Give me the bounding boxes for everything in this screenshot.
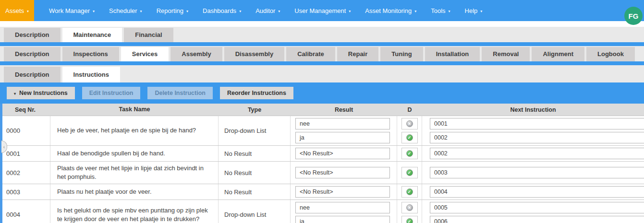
nav-item-work-manager[interactable]: Work Manager▾: [42, 0, 102, 21]
task-name-cell: Plaats nu het plaatje voor de veer.: [50, 184, 219, 200]
nav-assets-label: Assets: [5, 7, 24, 14]
check-circle-icon: ✓: [406, 218, 413, 223]
table-body: 0000Heb je de veer, het plaatje en de sp…: [0, 116, 644, 223]
result-value-box[interactable]: <No Result>: [295, 186, 390, 198]
next-instruction-value-box[interactable]: 0004: [430, 186, 644, 198]
tab-row-level-3: DescriptionInstructions: [0, 65, 644, 82]
seq-nr-cell: 0000: [0, 116, 50, 145]
chevron-down-icon: ▾: [140, 9, 142, 13]
table-row-0003[interactable]: 0003Plaats nu het plaatje voor de veer.N…: [0, 184, 644, 200]
next-instruction-value-box[interactable]: 0001: [430, 118, 644, 129]
chevron-down-icon: ▾: [449, 9, 450, 13]
tab-description-level-1[interactable]: Description: [4, 28, 61, 42]
result-cell: <No Result>: [291, 184, 397, 200]
seq-nr-cell: 0003: [0, 184, 50, 200]
tab-repair-level-2[interactable]: Repair: [337, 47, 378, 61]
user-avatar[interactable]: FG: [624, 7, 643, 25]
result-value-box[interactable]: <No Result>: [295, 148, 390, 159]
table-row-0001[interactable]: 0001Haal de benodigde spullen bij de han…: [0, 146, 644, 162]
result-value-box[interactable]: nee: [295, 202, 390, 213]
instructions-table: Seq Nr.Task NameTypeResultDNext Instruct…: [0, 104, 644, 223]
tab-logbook-level-2[interactable]: Logbook: [586, 47, 635, 61]
tab-financial-level-1[interactable]: Financial: [124, 28, 173, 42]
check-circle-icon: ✓: [406, 169, 413, 176]
d-indicator-box[interactable]: ✕: [401, 202, 418, 213]
tab-description-level-2[interactable]: Description: [4, 47, 61, 61]
tab-description-level-3[interactable]: Description: [4, 67, 61, 82]
tab-removal-level-2[interactable]: Removal: [482, 47, 530, 61]
tab-tuning-level-2[interactable]: Tuning: [380, 47, 423, 61]
next-instruction-value-box[interactable]: 0002: [430, 148, 644, 159]
result-cell: <No Result>: [291, 162, 397, 184]
tab-installation-level-2[interactable]: Installation: [425, 47, 480, 61]
nav-item-asset-monitoring[interactable]: Asset Monitoring▾: [358, 0, 424, 21]
chevron-down-icon: ▾: [414, 9, 416, 13]
type-cell: No Result: [219, 184, 291, 200]
d-indicator-box[interactable]: ✕: [401, 118, 418, 129]
nav-item-auditor[interactable]: Auditor▾: [248, 0, 287, 21]
button-label: New Instructions: [19, 90, 68, 96]
d-indicator-box[interactable]: ✓: [401, 216, 418, 223]
next-instruction-value-box[interactable]: 0003: [430, 167, 644, 178]
result-stack: <No Result>: [291, 146, 397, 161]
seq-nr-cell: 0002: [0, 162, 50, 184]
tab-disassembly-level-2[interactable]: Disassembly: [224, 47, 285, 61]
task-name-cell: Is het gelukt om de spie mbv een punttan…: [50, 200, 219, 223]
d-cell: ✓: [397, 184, 422, 200]
nav-item-label: Work Manager: [49, 7, 90, 14]
next-instruction-cell: 00010002: [422, 116, 644, 145]
nav-item-dashboards[interactable]: Dashboards▾: [195, 0, 248, 21]
next-instruction-cell: 0003: [422, 162, 644, 184]
task-name-cell: Heb je de veer, het plaatje en de spie b…: [50, 116, 219, 145]
instructions-toolbar: ▾New InstructionsEdit InstructionDelete …: [0, 82, 644, 104]
d-cell: ✓: [397, 146, 422, 161]
tab-maintenance-level-1[interactable]: Maintenance: [62, 28, 122, 42]
nav-assets-menu[interactable]: Assets ▾: [0, 0, 34, 21]
d-stack: ✓: [397, 146, 422, 161]
d-indicator-box[interactable]: ✓: [401, 148, 418, 159]
result-value-box[interactable]: <No Result>: [295, 167, 390, 178]
result-value-box[interactable]: ja: [295, 132, 390, 143]
d-indicator-box[interactable]: ✓: [401, 167, 418, 178]
table-row-0002[interactable]: 0002Plaats de veer met het lipje in lipj…: [0, 162, 644, 184]
type-cell: Drop-down List: [219, 200, 291, 223]
d-indicator-box[interactable]: ✓: [401, 132, 418, 143]
tab-services-level-2[interactable]: Services: [121, 47, 169, 61]
d-stack: ✓: [397, 162, 422, 184]
tab-inspections-level-2[interactable]: Inspections: [62, 47, 119, 61]
next-instruction-value-box[interactable]: 0006: [430, 216, 644, 223]
chevron-down-icon: ▾: [278, 9, 280, 13]
edit-instruction-button: Edit Instruction: [82, 87, 141, 99]
table-row-0004[interactable]: 0004Is het gelukt om de spie mbv een pun…: [0, 200, 644, 223]
tab-instructions-level-3[interactable]: Instructions: [62, 67, 120, 82]
seq-nr-cell: 0001: [0, 146, 50, 161]
tab-calibrate-level-2[interactable]: Calibrate: [286, 47, 335, 61]
nav-item-help[interactable]: Help▾: [458, 0, 490, 21]
result-stack: neeja: [291, 200, 397, 223]
column-header-type: Type: [219, 106, 291, 113]
separator: [0, 42, 644, 46]
tab-alignment-level-2[interactable]: Alignment: [532, 47, 584, 61]
column-header-seq-nr: Seq Nr.: [0, 106, 50, 113]
next-instruction-value-box[interactable]: 0005: [430, 202, 644, 213]
chevron-down-icon: ▾: [93, 9, 95, 13]
d-stack: ✓: [397, 184, 422, 200]
result-cell: <No Result>: [291, 146, 397, 161]
next-instruction-value-box[interactable]: 0002: [430, 132, 644, 143]
chevron-down-icon: ▾: [480, 9, 482, 13]
result-stack: <No Result>: [291, 184, 397, 200]
new-instructions-button[interactable]: ▾New Instructions: [7, 87, 75, 99]
d-indicator-box[interactable]: ✓: [401, 186, 418, 198]
nav-item-reporting[interactable]: Reporting▾: [149, 0, 195, 21]
nav-item-tools[interactable]: Tools▾: [424, 0, 457, 21]
nav-item-scheduler[interactable]: Scheduler▾: [102, 0, 149, 21]
nav-item-user-management[interactable]: User Management▾: [287, 0, 358, 21]
reorder-instructions-button[interactable]: Reorder Instructions: [220, 87, 293, 99]
tab-assembly-level-2[interactable]: Assembly: [170, 47, 222, 61]
next-instruction-stack: 0002: [422, 146, 644, 161]
chevron-down-icon: ▾: [239, 9, 241, 13]
table-row-0000[interactable]: 0000Heb je de veer, het plaatje en de sp…: [0, 116, 644, 146]
task-name-cell: Plaats de veer met het lipje in lipje da…: [50, 162, 219, 184]
result-value-box[interactable]: nee: [295, 118, 390, 129]
result-value-box[interactable]: ja: [295, 216, 390, 223]
